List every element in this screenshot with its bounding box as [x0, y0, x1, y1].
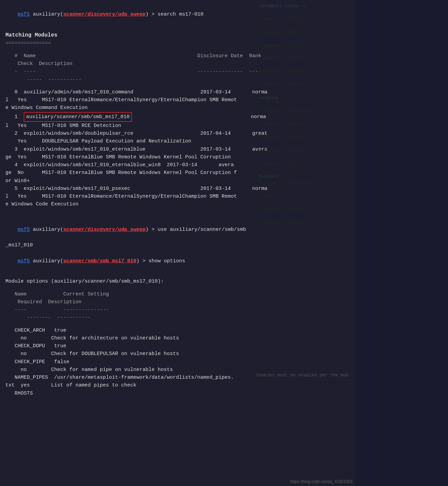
table-row: l Yes MS17-010 SMB RCE Detection: [5, 122, 350, 130]
table-row: 2 exploit/windows/smb/doublepulsar_rce 2…: [5, 130, 350, 137]
prompt-use-line: msf5 auxiliary(scanner/discovery/udp_swe…: [5, 218, 350, 242]
prompt-show-options: msf5 auxiliary(scanner/smb/smb_ms17_010)…: [5, 249, 350, 273]
module-scanner-udp: scanner/discovery/udp_sweep: [63, 12, 145, 17]
option-check-dopu-row1: CHECK_DOPU true: [5, 342, 350, 350]
auxiliary-text-3: auxiliary(: [30, 258, 63, 264]
use-command-text: ) > use auxiliary/scanner/smb/smb: [145, 227, 246, 233]
table-row: ge Yes MS17-010 EternalBlue SMB Remote W…: [5, 153, 350, 161]
options-header-row1: Name Current Setting: [5, 290, 350, 298]
option-check-pipe-row1: CHECK_PIPE false: [5, 358, 350, 366]
table-header-row1: # Name Disclosure Date Rank: [5, 52, 350, 60]
prompt-search-line: msf5 auxiliary(scanner/discovery/udp_swe…: [5, 3, 350, 26]
use-command-continued: _ms17_010: [5, 241, 350, 249]
terminal-window: root@kali-linux:~/ S-chain=-<>-127.0.0.0…: [0, 0, 355, 486]
option-rhosts-row1: RHOSTS: [5, 390, 350, 397]
table-row: l Yes MS17-010 EternalRomance/EternalSyn…: [5, 193, 350, 200]
auxiliary-text: auxiliary(: [30, 12, 63, 17]
option-check-dopu-row2: no Check for DOUBLEPULSAR on vulnerable …: [5, 350, 350, 358]
option-named-pipes-row2: txt yes List of named pipes to check: [5, 381, 350, 389]
matching-modules-heading: Matching Modules: [5, 31, 350, 40]
table-row: 5 exploit/windows/smb/ms17_010_psexec 20…: [5, 185, 350, 193]
table-row: 0 auxiliary/admin/smb/ms17_010_command 2…: [5, 88, 350, 96]
heading-underline: ===============: [5, 40, 350, 47]
options-divider1: ---- ---------------: [5, 306, 350, 314]
option-check-arch-row1: CHECK_ARCH true: [5, 327, 350, 334]
table-row: e Windows Code Execution: [5, 200, 350, 208]
table-divider2: ----- -----------: [5, 76, 350, 84]
module-smb-ms17: scanner/smb/smb_ms17_010: [63, 258, 136, 264]
table-row: Yes DOUBLEPULSAR Payload Execution and N…: [5, 137, 350, 145]
table-row: e Windows Command Execution: [5, 104, 350, 112]
table-row: l Yes MS17-010 EternalRomance/EternalSyn…: [5, 96, 350, 104]
msf5-label-2: msf5: [18, 227, 30, 233]
cookies-notice: Cookies must be enabled per the mod: [256, 373, 349, 378]
table-header-row2: Check Description: [5, 60, 350, 68]
table-row-highlighted: 1 auxiliary/scanner/smb/smb_ms17_010 nor…: [5, 112, 350, 122]
prompt-arrow: ) > search ms17-010: [145, 12, 203, 17]
show-options-text: ) > show options: [136, 258, 185, 264]
option-check-arch-row2: no Check for architecture on vulnerable …: [5, 334, 350, 342]
watermark-text: https://blog.csdn.net/qq_41821603: [290, 479, 353, 484]
msf5-label-3: msf5: [18, 258, 30, 264]
table-row: 4 exploit/windows/smb/ms17_010_eternalbl…: [5, 161, 350, 169]
module-scanner-udp-2: scanner/discovery/udp_sweep: [63, 227, 145, 233]
auxiliary-text-2: auxiliary(: [30, 227, 63, 233]
options-divider2: -------- -----------: [5, 314, 350, 322]
options-header-row2: Required Description: [5, 298, 350, 306]
module-options-title: Module options (auxiliary/scanner/smb/sm…: [5, 278, 350, 285]
table-divider1: - ---- --------------- ----: [5, 68, 350, 75]
table-row: ge No MS17-010 EternalBlue SMB Remote Wi…: [5, 169, 350, 177]
table-row: or Win8+: [5, 177, 350, 185]
msf5-label: msf5: [18, 12, 30, 17]
table-row: 3 exploit/windows/smb/ms17_010_eternalbl…: [5, 146, 350, 153]
highlighted-module-path: auxiliary/scanner/smb/smb_ms17_010: [24, 112, 132, 122]
